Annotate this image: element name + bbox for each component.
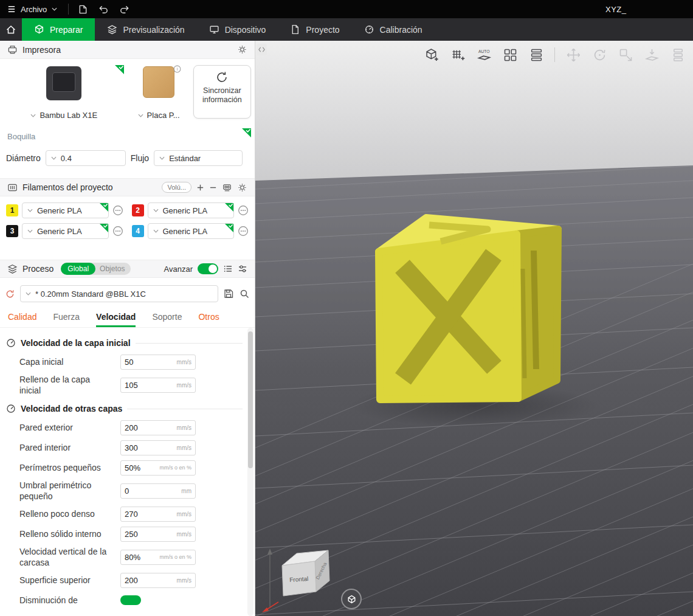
diameter-select[interactable]: 0.4 <box>46 150 126 166</box>
filament-edit-button[interactable] <box>238 226 249 237</box>
printer-card[interactable]: Bambu Lab X1E <box>4 65 124 121</box>
plate-card[interactable]: i Placa P... <box>129 65 188 121</box>
remove-filament-button[interactable] <box>209 184 217 192</box>
process-tab-fuerza[interactable]: Fuerza <box>53 312 80 327</box>
undo-button[interactable] <box>93 0 114 18</box>
param-unit: mm/s o en % <box>159 465 191 471</box>
filament-color-badge[interactable]: 3 <box>6 225 18 237</box>
param-input[interactable]: 250mm/s <box>120 527 196 542</box>
scene-canvas[interactable] <box>255 41 693 616</box>
param-input[interactable]: 200mm/s <box>120 573 196 588</box>
param-row: Capa inicial50mm/s <box>6 354 245 370</box>
param-value: 80% <box>125 553 140 562</box>
param-input[interactable]: 80%mm/s o en % <box>120 550 196 565</box>
sync-info-button[interactable]: Sincronizar información <box>193 65 251 119</box>
viewport-3d[interactable]: AUTO Frontal Derecha <box>255 41 693 616</box>
filament-slot-2: 2 Generic PLA <box>132 202 249 218</box>
param-input[interactable]: 50%mm/s o en % <box>120 460 196 476</box>
rotate-button[interactable] <box>590 46 609 64</box>
scope-global[interactable]: Global <box>61 263 95 275</box>
save-preset-button[interactable] <box>223 288 234 299</box>
flush-volumes-button[interactable]: Volú... <box>162 182 191 193</box>
redo-button[interactable] <box>114 0 134 18</box>
param-unit: mm/s <box>177 445 191 451</box>
lay-on-face-button[interactable] <box>643 46 661 64</box>
param-input[interactable]: 105mm/s <box>120 378 196 393</box>
model-cube[interactable] <box>379 218 558 400</box>
plate-select[interactable]: Placa P... <box>138 111 180 120</box>
process-tab-soporte[interactable]: Soporte <box>152 312 182 327</box>
filament-edit-button[interactable] <box>238 205 249 216</box>
param-input[interactable]: 300mm/s <box>120 440 196 455</box>
param-toggle[interactable] <box>120 595 141 605</box>
add-plate-button[interactable] <box>449 46 467 64</box>
home-button[interactable] <box>0 18 22 41</box>
scope-toggle[interactable]: Global Objetos <box>61 263 131 275</box>
param-row: Relleno poco denso270mm/s <box>6 506 245 522</box>
printer-select[interactable]: Bambu Lab X1E <box>30 111 97 120</box>
add-filament-button[interactable] <box>196 184 204 192</box>
filament-color-badge[interactable]: 4 <box>132 225 144 237</box>
tab-previsualizacion[interactable]: Previsualización <box>95 18 196 41</box>
flow-select[interactable]: Estándar <box>154 150 243 166</box>
filament-select[interactable]: Generic PLA <box>148 202 235 218</box>
split-to-plates-button[interactable] <box>527 46 545 64</box>
param-input[interactable]: 0mm <box>120 483 196 499</box>
filament-select[interactable]: Generic PLA <box>22 202 109 218</box>
filament-edit-button[interactable] <box>112 226 123 237</box>
filament-select[interactable]: Generic PLA <box>22 223 109 239</box>
tab-dispositivo[interactable]: Dispositivo <box>197 18 278 41</box>
filament-edit-icon <box>238 226 249 237</box>
filament-color-badge[interactable]: 2 <box>132 204 144 216</box>
arrange-button[interactable] <box>501 46 519 64</box>
param-input[interactable]: 270mm/s <box>120 507 196 522</box>
param-input[interactable]: 200mm/s <box>120 420 196 435</box>
plate-menu-button[interactable] <box>341 589 362 609</box>
process-tab-velocidad[interactable]: Velocidad <box>96 312 136 327</box>
scrollbar-thumb[interactable] <box>248 331 253 468</box>
filament-edit-button[interactable] <box>112 205 123 216</box>
add-object-icon <box>424 47 440 63</box>
param-input[interactable]: 50mm/s <box>120 355 196 370</box>
filament-select[interactable]: Generic PLA <box>148 223 235 239</box>
process-preset-select[interactable]: * 0.20mm Standard @BBL X1C <box>20 285 218 302</box>
compare-presets-button[interactable] <box>238 264 247 274</box>
printer-image <box>46 66 81 100</box>
filament-settings-button[interactable] <box>237 182 247 193</box>
redo-icon <box>119 4 129 15</box>
orientation-gizmo[interactable]: Frontal Derecha <box>259 534 350 616</box>
filament-color-badge[interactable]: 1 <box>6 204 18 216</box>
param-label: Disminución de <box>19 595 112 606</box>
tab-calibracion[interactable]: Calibración <box>352 18 435 41</box>
chevron-down-icon <box>153 229 159 233</box>
add-object-button[interactable] <box>422 46 441 64</box>
project-title: XYZ_ <box>605 0 627 18</box>
move-button[interactable] <box>564 46 582 64</box>
process-section-title: Proceso <box>22 264 53 274</box>
printer-settings-button[interactable] <box>237 44 247 55</box>
process-tab-calidad[interactable]: Calidad <box>8 312 36 327</box>
param-value: 200 <box>125 576 138 585</box>
plate-info-icon[interactable]: i <box>173 65 181 75</box>
scope-objects[interactable]: Objetos <box>95 265 131 273</box>
tab-label: Calibración <box>380 25 422 35</box>
file-menu[interactable]: Archivo <box>0 0 64 18</box>
param-label: Umbral perimétrico pequeño <box>19 480 112 502</box>
process-tab-otros[interactable]: Otros <box>198 312 219 327</box>
search-settings-button[interactable] <box>239 288 250 299</box>
advanced-toggle[interactable] <box>198 263 218 274</box>
diameter-label: Diámetro <box>6 153 41 163</box>
ams-button[interactable] <box>222 182 232 193</box>
settings-scrollbar[interactable] <box>247 328 253 616</box>
save-project-button[interactable] <box>72 0 93 18</box>
tab-preparar[interactable]: Preparar <box>22 18 95 41</box>
assembly-view-button[interactable] <box>669 46 687 64</box>
scale-button[interactable] <box>616 46 635 64</box>
collapse-sidebar-button[interactable] <box>257 44 267 55</box>
tab-proyecto[interactable]: Proyecto <box>278 18 351 41</box>
auto-orient-button[interactable]: AUTO <box>475 46 493 64</box>
reset-preset-button[interactable] <box>5 289 15 299</box>
plate-menu-icon <box>346 594 357 604</box>
param-value: 50% <box>125 463 140 472</box>
view-all-settings-button[interactable] <box>223 264 233 274</box>
